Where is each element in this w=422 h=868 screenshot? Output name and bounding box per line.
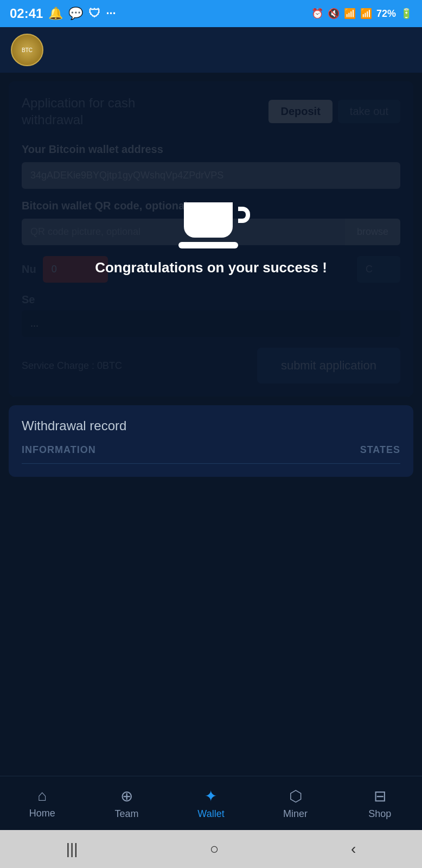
status-right: ⏰ 🔇 📶 📶 72% 🔋 [311,8,412,20]
main-content: Application for cash withdrawal Deposit … [0,73,422,776]
record-columns: INFORMATION STATES [22,444,400,464]
header-area: BTC [0,27,422,73]
nav-label-team: Team [114,808,138,820]
status-left: 02:41 🔔 💬 🛡 ··· [10,6,116,21]
mute-icon: 🔇 [328,8,340,20]
modal-content: Congratulations on your success ! [79,186,343,292]
status-bar: 02:41 🔔 💬 🛡 ··· ⏰ 🔇 📶 📶 72% 🔋 [0,0,422,27]
cup-handle [238,207,250,223]
cup-saucer [178,242,238,248]
success-modal: Congratulations on your success ! [9,81,413,397]
col-information: INFORMATION [22,444,96,456]
shop-icon: ⊟ [374,787,386,805]
status-time: 02:41 [10,6,43,21]
bottom-nav: ⌂ Home ⊕ Team ✦ Wallet ⬡ Miner ⊟ Shop [0,776,422,830]
more-icon: ··· [106,7,116,21]
wallet-icon: ✦ [204,787,217,805]
notification-icon: 🔔 [48,7,63,21]
battery-icon: 🔋 [400,8,412,20]
miner-icon: ⬡ [289,787,302,805]
nav-label-home: Home [29,808,55,819]
withdrawal-record-title: Withdrawal record [22,418,400,433]
wifi-icon: 📶 [344,8,356,20]
cup-body [184,202,233,238]
nav-item-team[interactable]: ⊕ Team [99,787,154,820]
android-home-button[interactable]: ○ [210,840,219,858]
modal-success-text: Congratulations on your success ! [95,259,327,276]
team-icon: ⊕ [120,787,133,805]
battery-label: 72% [376,8,396,20]
home-icon: ⌂ [37,787,47,805]
alarm-icon: ⏰ [311,8,323,20]
nav-item-home[interactable]: ⌂ Home [15,787,69,819]
app-logo: BTC [11,34,43,66]
nav-label-shop: Shop [368,808,391,820]
withdrawal-record-card: Withdrawal record INFORMATION STATES [9,405,413,477]
nav-label-miner: Miner [283,808,308,820]
application-card: Application for cash withdrawal Deposit … [9,81,413,397]
signal-icon: 📶 [360,8,372,20]
shield-icon: 🛡 [88,7,100,21]
nav-label-wallet: Wallet [197,808,224,820]
android-back-button[interactable]: ‹ [351,840,356,858]
messenger-icon: 💬 [68,7,83,21]
nav-item-wallet[interactable]: ✦ Wallet [184,787,238,820]
coffee-cup-icon [184,202,238,248]
nav-item-miner[interactable]: ⬡ Miner [268,787,323,820]
android-recents-button[interactable]: ||| [66,840,78,858]
android-nav: ||| ○ ‹ [0,830,422,868]
nav-item-shop[interactable]: ⊟ Shop [353,787,407,820]
col-states: STATES [360,444,400,456]
